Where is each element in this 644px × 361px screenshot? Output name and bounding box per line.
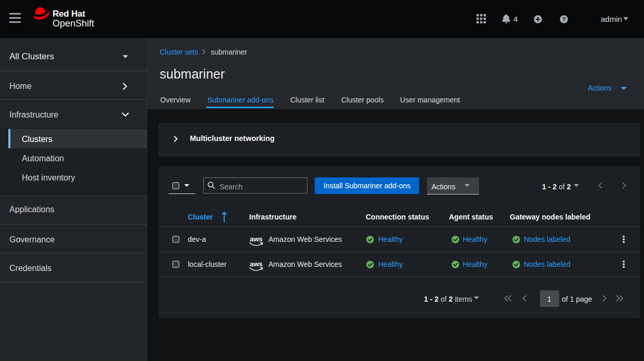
svg-text:aws: aws bbox=[250, 261, 263, 268]
svg-text:aws: aws bbox=[250, 236, 263, 243]
svg-text:?: ? bbox=[562, 16, 566, 22]
